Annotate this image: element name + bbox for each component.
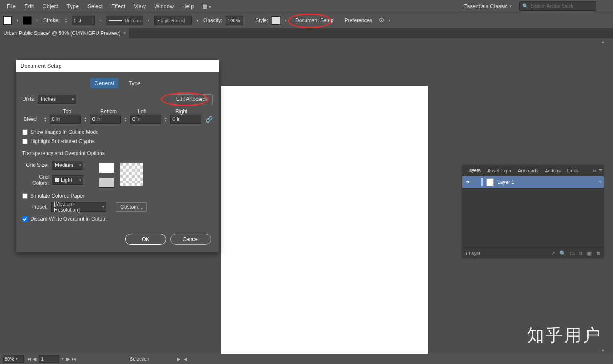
scroll-up-icon[interactable]: ▴ [600, 39, 605, 44]
close-tab-icon[interactable]: × [123, 30, 126, 36]
menu-type[interactable]: Type [63, 1, 83, 11]
stroke-dropdown[interactable]: ▾ [34, 18, 40, 23]
prev-artboard-icon[interactable]: ◀ [33, 356, 36, 362]
menu-view[interactable]: View [129, 1, 150, 11]
simulate-paper-label: Simulate Colored Paper [30, 193, 84, 199]
document-setup-dialog: Document Setup General Type Units: Inche… [16, 60, 219, 252]
preset-select[interactable]: [Medium Resolution] ▾ [51, 202, 106, 212]
panel-tab-asset-export[interactable]: Asset Expo [485, 166, 514, 175]
bleed-bottom-input[interactable]: 0 in [90, 115, 121, 124]
last-artboard-icon[interactable]: ⏭ [72, 356, 76, 362]
menu-help[interactable]: Help [178, 1, 198, 11]
status-flyout-icon[interactable]: ▶ [177, 357, 180, 361]
fill-swatch[interactable] [3, 16, 12, 25]
link-bleed-icon[interactable]: 🔗 [206, 116, 213, 123]
grid-size-value: Medium [55, 162, 73, 168]
tab-general[interactable]: General [90, 78, 118, 88]
panel-menu-icon[interactable]: ≡ [599, 168, 602, 174]
bleed-left-stepper[interactable]: ▲▼ [123, 115, 129, 124]
document-setup-button[interactable]: Document Setup [291, 15, 338, 26]
cancel-button[interactable]: Cancel [170, 234, 211, 245]
document-tab[interactable]: Urban Public Space* @ 50% (CMYK/GPU Prev… [0, 28, 130, 38]
document-tab-title: Urban Public Space* @ 50% (CMYK/GPU Prev… [3, 30, 120, 36]
discard-overprint-input[interactable] [22, 216, 28, 222]
grid-color-light-swatch[interactable] [99, 163, 114, 173]
target-icon[interactable]: ○ [599, 180, 601, 184]
discard-overprint-checkbox[interactable]: Discard White Overprint in Output [22, 216, 213, 222]
bleed-top-stepper[interactable]: ▲▼ [42, 115, 48, 124]
stroke-swatch[interactable] [23, 16, 32, 25]
bleed-col-left: Left [138, 109, 175, 115]
stroke-weight-dropdown[interactable]: ▾ [97, 18, 103, 23]
locate-object-icon[interactable]: ↗ [551, 250, 555, 256]
preset-value: [Medium Resolution] [54, 201, 98, 213]
panel-tab-actions[interactable]: Actions [542, 166, 563, 175]
bleed-bottom-stepper[interactable]: ▲▼ [83, 115, 89, 124]
style-dropdown[interactable]: ▾ [283, 18, 289, 23]
preferences-button[interactable]: Preferences [340, 15, 376, 26]
panel-tab-artboards[interactable]: Artboards [516, 166, 541, 175]
align-dropdown[interactable]: ▾ [387, 18, 392, 23]
delete-layer-icon[interactable]: 🗑 [596, 250, 601, 256]
bleed-top-input[interactable]: 0 in [50, 115, 81, 124]
create-sublayer-icon[interactable]: ▭ [570, 250, 575, 256]
menu-file[interactable]: File [3, 1, 20, 11]
ok-button[interactable]: OK [125, 234, 166, 245]
chevron-down-icon: ▾ [72, 97, 74, 101]
simulate-paper-checkbox[interactable]: Simulate Colored Paper [22, 193, 213, 199]
first-artboard-icon[interactable]: ⏮ [26, 356, 31, 362]
highlight-glyphs-checkbox[interactable]: Highlight Substituted Glyphs [22, 138, 213, 144]
grid-colors-select[interactable]: Light ▾ [52, 175, 83, 185]
grid-color-dark-swatch[interactable] [99, 178, 114, 188]
stock-search[interactable]: 🔍 [519, 1, 596, 11]
scroll-down-icon[interactable]: ▾ [600, 348, 605, 353]
visibility-icon[interactable]: 👁 [465, 179, 472, 185]
zoom-select[interactable]: 50% ▾ [3, 355, 24, 363]
checker-icon [55, 178, 59, 182]
workspace-switcher[interactable]: Essentials Classic ▾ [460, 1, 515, 11]
opacity-more[interactable]: › [246, 18, 252, 23]
collapse-panel-icon[interactable]: ›› [593, 168, 596, 174]
artboard-dropdown[interactable]: ▾ [62, 357, 64, 361]
show-images-outline-input[interactable] [22, 129, 28, 135]
custom-preset-button[interactable]: Custom... [116, 202, 147, 212]
opacity-input[interactable]: 100% [226, 16, 243, 25]
menu-edit[interactable]: Edit [20, 1, 38, 11]
make-clipping-mask-icon[interactable]: 🔍 [559, 250, 566, 256]
align-icon[interactable]: ⦿ [379, 17, 384, 23]
fill-dropdown[interactable]: ▾ [14, 18, 20, 23]
brush-dropdown[interactable]: ▾ [194, 18, 200, 23]
next-artboard-icon[interactable]: ▶ [66, 356, 70, 362]
stroke-weight-input[interactable]: 1 pt [72, 16, 95, 25]
arrange-documents-icon[interactable]: ▦ ▾ [198, 1, 215, 11]
brush-definition[interactable]: 5 pt. Round [154, 16, 192, 25]
bleed-right-input[interactable]: 0 in [170, 115, 201, 124]
menu-object[interactable]: Object [38, 1, 63, 11]
edit-artboards-button[interactable]: Edit Artboards [172, 94, 213, 104]
stock-search-input[interactable] [531, 3, 593, 9]
highlight-glyphs-input[interactable] [22, 139, 28, 144]
layer-name[interactable]: Layer 1 [497, 179, 514, 185]
show-images-outline-checkbox[interactable]: Show Images In Outline Mode [22, 129, 213, 135]
bleed-right-stepper[interactable]: ▲▼ [163, 115, 169, 124]
new-layer-icon[interactable]: ⧉ [579, 250, 583, 256]
stroke-style-dropdown[interactable]: ▾ [146, 18, 152, 23]
new-sublayer-icon[interactable]: ▣ [587, 250, 592, 256]
artboard-number-select[interactable]: 1 [39, 355, 59, 363]
graphic-style-swatch[interactable] [272, 16, 280, 25]
grid-size-select[interactable]: Medium ▾ [52, 161, 83, 170]
stroke-stepper[interactable]: ▲▼ [63, 16, 69, 25]
panel-tab-links[interactable]: Links [564, 166, 581, 175]
layer-row[interactable]: 👁 Layer 1 ○ [462, 176, 604, 188]
menu-select[interactable]: Select [83, 1, 107, 11]
tab-type[interactable]: Type [124, 78, 145, 88]
panel-tab-layers[interactable]: Layers [464, 166, 483, 175]
bleed-left-input[interactable]: 0 in [130, 115, 161, 124]
simulate-paper-input[interactable] [22, 193, 28, 199]
variable-width-profile[interactable]: Uniform [106, 16, 143, 25]
units-select[interactable]: Inches ▾ [38, 95, 76, 104]
status-flyin-icon[interactable]: ◀ [184, 357, 187, 361]
menu-window[interactable]: Window [150, 1, 178, 11]
menu-effect[interactable]: Effect [107, 1, 129, 11]
arrange-panel-icon[interactable] [600, 1, 610, 11]
